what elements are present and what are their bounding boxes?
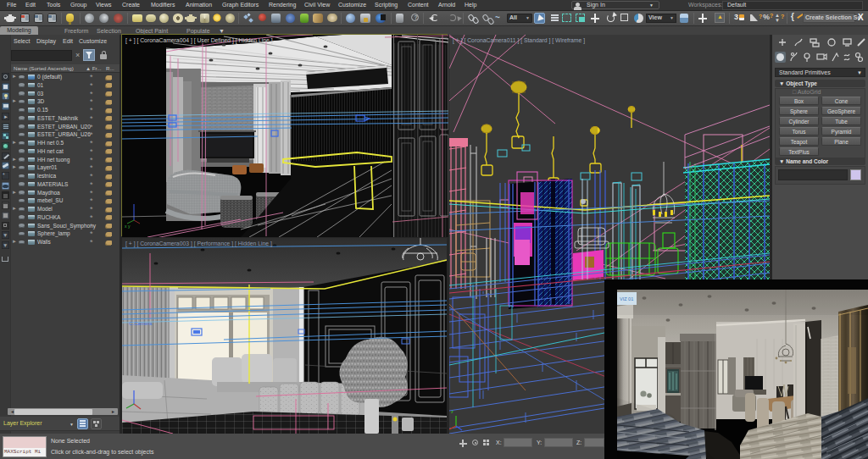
svg-text:z: z [451, 409, 453, 414]
svg-text:x y: x y [125, 224, 131, 229]
svg-text:VIZ 01: VIZ 01 [620, 296, 633, 301]
svg-text:C.Camera: C.Camera [129, 321, 153, 326]
